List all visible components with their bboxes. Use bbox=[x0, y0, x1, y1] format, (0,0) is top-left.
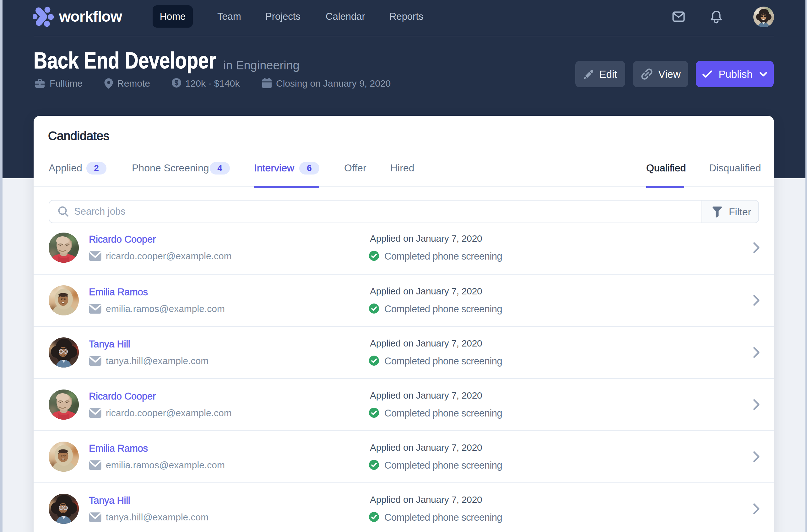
svg-text:$: $ bbox=[174, 79, 179, 87]
